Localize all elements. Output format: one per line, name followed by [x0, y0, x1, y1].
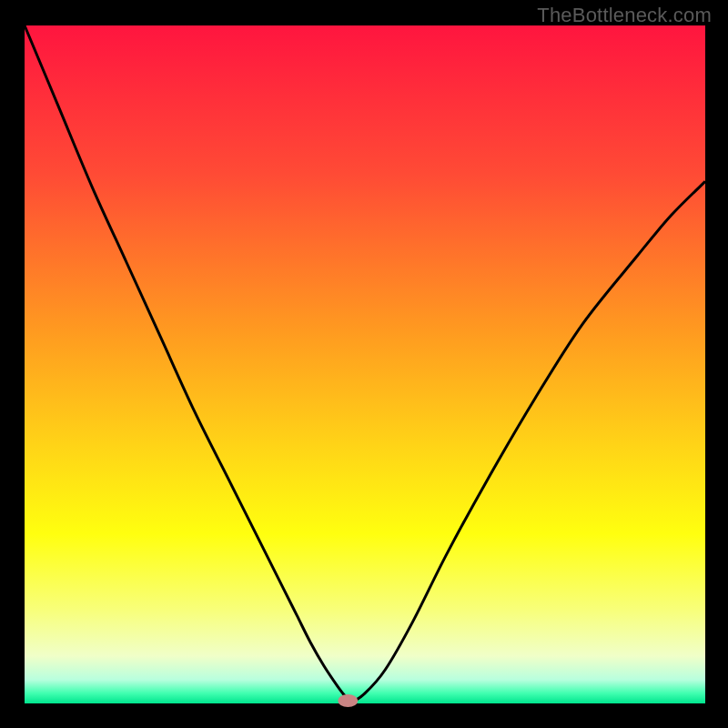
plot-background [25, 25, 705, 703]
bottleneck-chart [0, 0, 728, 728]
chart-frame: { "watermark": "TheBottleneck.com", "col… [0, 0, 728, 728]
watermark-text: TheBottleneck.com [537, 4, 712, 27]
minimum-marker [338, 694, 358, 707]
